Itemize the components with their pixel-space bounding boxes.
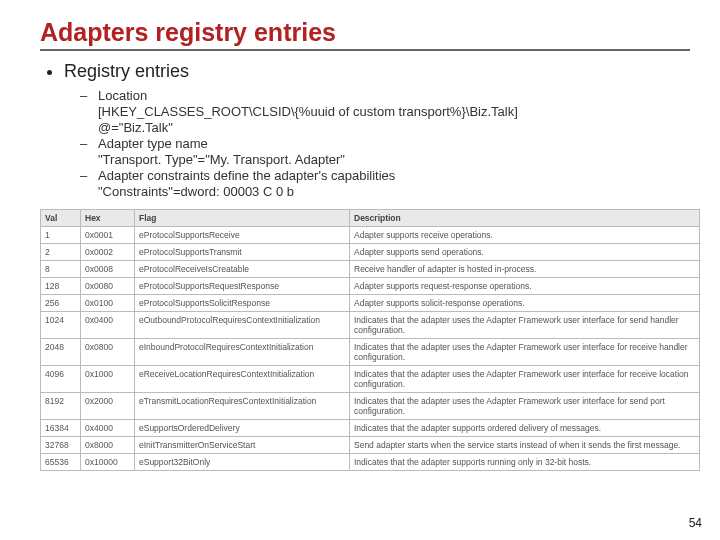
cell-hex: 0x0080 (81, 278, 135, 295)
cell-flag: eProtocolSupportsReceive (135, 227, 350, 244)
sub-bullet: @="Biz.Talk" (90, 120, 690, 135)
cell-val: 2048 (41, 339, 81, 366)
table-row: 327680x8000eInitTransmitterOnServiceStar… (41, 437, 700, 454)
cell-hex: 0x1000 (81, 366, 135, 393)
cell-hex: 0x0100 (81, 295, 135, 312)
cell-hex: 0x2000 (81, 393, 135, 420)
cell-val: 8192 (41, 393, 81, 420)
cell-description: Adapter supports send operations. (350, 244, 700, 261)
cell-description: Indicates that the adapter uses the Adap… (350, 339, 700, 366)
cell-flag: eInitTransmitterOnServiceStart (135, 437, 350, 454)
table-row: 163840x4000eSupportsOrderedDeliveryIndic… (41, 420, 700, 437)
cell-hex: 0x0400 (81, 312, 135, 339)
col-header-flag: Flag (135, 210, 350, 227)
sub-bullet: Adapter type name (90, 136, 690, 151)
bullet-top-text: Registry entries (64, 61, 189, 81)
table-row: 2560x0100eProtocolSupportsSolicitRespons… (41, 295, 700, 312)
sub-bullet: Adapter constraints define the adapter's… (90, 168, 690, 183)
cell-description: Receive handler of adapter is hosted in-… (350, 261, 700, 278)
cell-val: 1 (41, 227, 81, 244)
sub-bullet-list: Location[HKEY_CLASSES_ROOT\CLSID\{%uuid … (64, 88, 690, 199)
table-row: 81920x2000eTransmitLocationRequiresConte… (41, 393, 700, 420)
cell-hex: 0x0800 (81, 339, 135, 366)
flags-table: Val Hex Flag Description 10x0001eProtoco… (40, 209, 700, 471)
cell-hex: 0x0001 (81, 227, 135, 244)
cell-description: Indicates that the adapter supports runn… (350, 454, 700, 471)
cell-flag: eReceiveLocationRequiresContextInitializ… (135, 366, 350, 393)
table-row: 20x0002eProtocolSupportsTransmitAdapter … (41, 244, 700, 261)
cell-flag: eTransmitLocationRequiresContextInitiali… (135, 393, 350, 420)
cell-flag: eOutboundProtocolRequiresContextInitiali… (135, 312, 350, 339)
sub-bullet: Location (90, 88, 690, 103)
sub-bullet: "Transport. Type"="My. Transport. Adapte… (90, 152, 690, 167)
cell-description: Adapter supports solicit-response operat… (350, 295, 700, 312)
table-header-row: Val Hex Flag Description (41, 210, 700, 227)
cell-description: Adapter supports receive operations. (350, 227, 700, 244)
cell-hex: 0x0002 (81, 244, 135, 261)
table-row: 10x0001eProtocolSupportsReceiveAdapter s… (41, 227, 700, 244)
cell-val: 65536 (41, 454, 81, 471)
col-header-val: Val (41, 210, 81, 227)
cell-description: Indicates that the adapter uses the Adap… (350, 393, 700, 420)
col-header-hex: Hex (81, 210, 135, 227)
cell-val: 1024 (41, 312, 81, 339)
cell-description: Indicates that the adapter supports orde… (350, 420, 700, 437)
table-row: 655360x10000eSupport32BitOnlyIndicates t… (41, 454, 700, 471)
col-header-desc: Description (350, 210, 700, 227)
page-title: Adapters registry entries (40, 18, 690, 51)
cell-val: 8 (41, 261, 81, 278)
cell-description: Indicates that the adapter uses the Adap… (350, 366, 700, 393)
cell-hex: 0x8000 (81, 437, 135, 454)
cell-flag: eInboundProtocolRequiresContextInitializ… (135, 339, 350, 366)
cell-flag: eProtocolSupportsTransmit (135, 244, 350, 261)
page-number: 54 (689, 516, 702, 530)
table-row: 80x0008eProtocolReceiveIsCreatableReceiv… (41, 261, 700, 278)
cell-val: 16384 (41, 420, 81, 437)
table-row: 1280x0080eProtocolSupportsRequestRespons… (41, 278, 700, 295)
cell-flag: eProtocolSupportsRequestResponse (135, 278, 350, 295)
cell-flag: eProtocolSupportsSolicitResponse (135, 295, 350, 312)
cell-flag: eProtocolReceiveIsCreatable (135, 261, 350, 278)
cell-hex: 0x10000 (81, 454, 135, 471)
bullet-top: Registry entries Location[HKEY_CLASSES_R… (64, 61, 690, 199)
cell-hex: 0x4000 (81, 420, 135, 437)
table-row: 40960x1000eReceiveLocationRequiresContex… (41, 366, 700, 393)
cell-description: Indicates that the adapter uses the Adap… (350, 312, 700, 339)
cell-val: 32768 (41, 437, 81, 454)
table-row: 20480x0800eInboundProtocolRequiresContex… (41, 339, 700, 366)
cell-flag: eSupport32BitOnly (135, 454, 350, 471)
cell-description: Adapter supports request-response operat… (350, 278, 700, 295)
cell-val: 128 (41, 278, 81, 295)
sub-bullet: "Constraints"=dword: 00003 C 0 b (90, 184, 690, 199)
cell-description: Send adapter starts when the service sta… (350, 437, 700, 454)
slide-container: Adapters registry entries Registry entri… (0, 0, 720, 540)
flags-table-wrap: Val Hex Flag Description 10x0001eProtoco… (40, 209, 690, 471)
bullet-list: Registry entries Location[HKEY_CLASSES_R… (40, 61, 690, 199)
cell-flag: eSupportsOrderedDelivery (135, 420, 350, 437)
cell-val: 256 (41, 295, 81, 312)
table-row: 10240x0400eOutboundProtocolRequiresConte… (41, 312, 700, 339)
sub-bullet: [HKEY_CLASSES_ROOT\CLSID\{%uuid of custo… (90, 104, 690, 119)
cell-val: 4096 (41, 366, 81, 393)
cell-val: 2 (41, 244, 81, 261)
cell-hex: 0x0008 (81, 261, 135, 278)
